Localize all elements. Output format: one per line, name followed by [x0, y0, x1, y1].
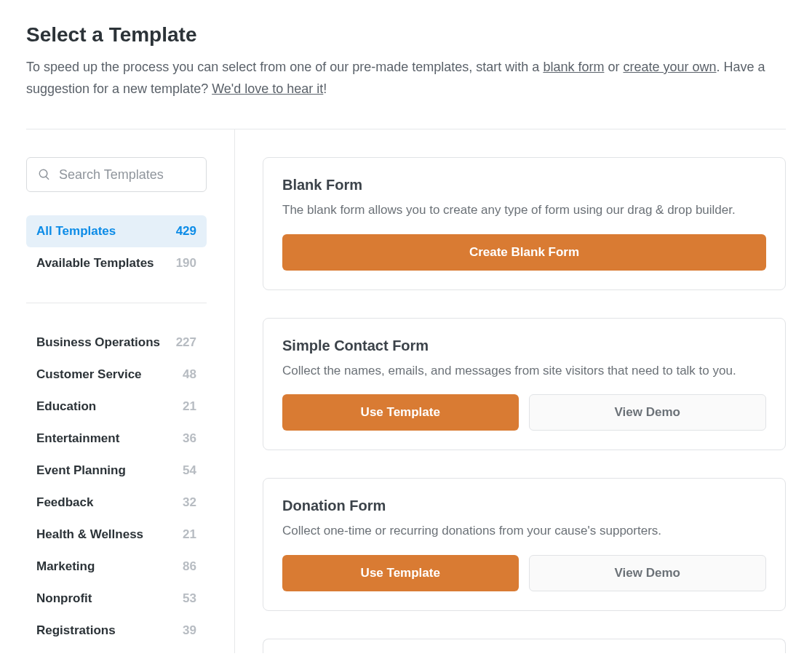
category-item[interactable]: Entertainment36 [26, 423, 207, 455]
search-wrap [26, 157, 207, 192]
category-item[interactable]: Health & Wellness21 [26, 519, 207, 551]
page-title: Select a Template [26, 23, 786, 47]
template-actions: Use TemplateView Demo [282, 394, 766, 431]
category-count: 54 [183, 463, 196, 478]
template-description: Collect the names, emails, and messages … [282, 362, 766, 380]
category-count: 21 [183, 527, 196, 542]
subtitle-text-mid1: or [604, 60, 623, 74]
view-demo-button[interactable]: View Demo [529, 394, 767, 431]
template-title: Donation Form [282, 498, 766, 514]
create-blank-form-button[interactable]: Create Blank Form [282, 234, 766, 271]
template-description: Collect one-time or recurring donations … [282, 522, 766, 540]
category-item[interactable]: Business Operations227 [26, 327, 207, 359]
category-count: 86 [183, 559, 196, 574]
main-content: Blank FormThe blank form allows you to c… [235, 129, 786, 653]
template-description: The blank form allows you to create any … [282, 201, 766, 220]
search-input[interactable] [26, 157, 207, 192]
category-count: 227 [176, 335, 196, 350]
category-item[interactable]: Customer Service48 [26, 359, 207, 391]
category-label: Health & Wellness [36, 527, 143, 542]
category-item[interactable]: Event Planning54 [26, 455, 207, 487]
subtitle-text-post: ! [323, 81, 327, 96]
category-list: Business Operations227Customer Service48… [26, 327, 234, 647]
category-count: 53 [183, 591, 196, 606]
template-card: Blank FormThe blank form allows you to c… [263, 157, 786, 290]
category-label: Customer Service [36, 367, 142, 382]
category-label: Business Operations [36, 335, 160, 350]
group-label: Available Templates [36, 256, 154, 271]
group-list: All Templates429Available Templates190 [26, 215, 234, 279]
template-card: Simple Contact FormCollect the names, em… [263, 318, 786, 451]
category-label: Education [36, 399, 96, 414]
category-count: 36 [183, 431, 196, 446]
category-label: Feedback [36, 495, 93, 510]
feedback-link[interactable]: We'd love to hear it [212, 81, 323, 96]
category-label: Registrations [36, 623, 116, 638]
view-demo-button[interactable]: View Demo [529, 555, 767, 591]
subtitle-text-pre: To speed up the process you can select f… [26, 60, 543, 74]
template-actions: Use TemplateView Demo [282, 555, 766, 591]
page-subtitle: To speed up the process you can select f… [26, 57, 786, 100]
category-label: Entertainment [36, 431, 119, 446]
group-item[interactable]: Available Templates190 [26, 247, 207, 279]
group-item[interactable]: All Templates429 [26, 215, 207, 247]
template-actions: Create Blank Form [282, 234, 766, 271]
category-item[interactable]: Feedback32 [26, 487, 207, 519]
create-your-own-link[interactable]: create your own [623, 60, 716, 74]
sidebar-divider [26, 303, 207, 303]
category-count: 32 [183, 495, 196, 510]
category-count: 48 [183, 367, 196, 382]
category-count: 39 [183, 623, 196, 638]
template-title: Blank Form [282, 177, 766, 193]
group-label: All Templates [36, 224, 116, 239]
category-item[interactable]: Education21 [26, 391, 207, 423]
template-title: Simple Contact Form [282, 338, 766, 354]
use-template-button[interactable]: Use Template [282, 394, 519, 431]
search-icon [38, 168, 51, 181]
blank-form-link[interactable]: blank form [543, 60, 604, 74]
category-label: Marketing [36, 559, 95, 574]
sidebar: All Templates429Available Templates190 B… [26, 129, 235, 653]
group-count: 190 [176, 256, 196, 271]
layout: All Templates429Available Templates190 B… [26, 129, 786, 653]
category-label: Nonprofit [36, 591, 92, 606]
template-card [263, 639, 786, 653]
category-item[interactable]: Marketing86 [26, 551, 207, 583]
group-count: 429 [176, 224, 196, 239]
category-item[interactable]: Registrations39 [26, 615, 207, 647]
category-count: 21 [183, 399, 196, 414]
category-label: Event Planning [36, 463, 126, 478]
category-item[interactable]: Nonprofit53 [26, 583, 207, 615]
template-card: Donation FormCollect one-time or recurri… [263, 478, 786, 611]
use-template-button[interactable]: Use Template [282, 555, 519, 591]
